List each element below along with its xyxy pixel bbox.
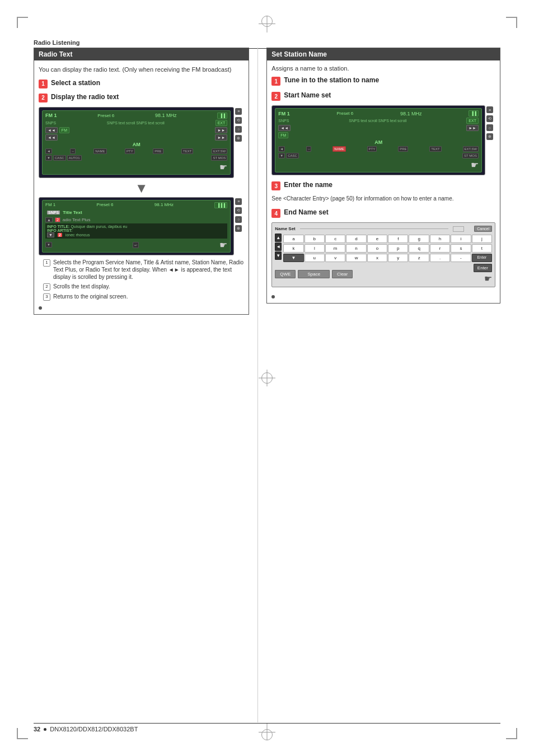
right-step3-item: 3 Enter the name (271, 181, 495, 190)
rt-return-btn[interactable]: ↩ (133, 242, 139, 248)
hand-cursor-icon-4: ☛ (484, 273, 492, 284)
rt-snps-badge: SNPS (47, 211, 60, 214)
key-nav-down-row3[interactable]: ▼ (283, 254, 303, 262)
tuner-right-name-active[interactable]: NAME (332, 146, 345, 152)
keyboard-row-1: a b c d e f g h i j (283, 235, 492, 243)
right-step2: 2 Start Name set FM 1 Preset 6 98.1 MHz (271, 91, 495, 175)
key-m[interactable]: m (325, 244, 345, 253)
tuner-right-next[interactable]: ►► (466, 125, 479, 131)
name-set-cancel-btn[interactable]: Cancel (474, 226, 492, 232)
qwe-btn[interactable]: QWE (275, 270, 296, 278)
tuner-right-vol-down[interactable]: ▼ (278, 153, 285, 158)
space-btn[interactable]: Space (298, 270, 330, 278)
step1-select-station: 1 Select a station (39, 79, 244, 88)
name-set-title: Name Set (275, 226, 295, 231)
nav-up-btn[interactable]: ▲ (275, 234, 282, 242)
key-n[interactable]: n (346, 244, 366, 253)
nav-left-btn[interactable]: ◄ (275, 242, 282, 251)
tuner-auto-btn[interactable]: AUTO1 (67, 155, 82, 161)
key-i[interactable]: i (451, 235, 471, 243)
tuner-right-text[interactable]: TEXT (429, 146, 441, 152)
key-z[interactable]: z (409, 254, 429, 262)
tuner-fm-btn[interactable]: FM (59, 127, 69, 133)
rt-bottom-row: ▼ ↩ ☛ (45, 240, 227, 250)
key-a[interactable]: a (283, 235, 303, 243)
key-e[interactable]: e (367, 235, 387, 243)
tuner-stmos-btn[interactable]: ST MOS (211, 155, 227, 161)
key-d[interactable]: d (346, 235, 366, 243)
key-q[interactable]: q (409, 244, 429, 253)
tuner-minus-btn[interactable]: – (70, 148, 75, 154)
key-k[interactable]: k (283, 244, 303, 253)
key-j[interactable]: j (472, 235, 492, 243)
right-step3: 3 Enter the name See <Character Entry> (… (271, 181, 495, 203)
key-o[interactable]: o (367, 244, 387, 253)
tuner-prev-btn[interactable]: ◄◄ (45, 127, 58, 133)
tuner-right-fm-btn[interactable]: FM (278, 132, 288, 138)
tuner-am-label: AM (45, 142, 227, 147)
tuner-right-ext: EXT (466, 118, 479, 124)
tuner-scroll-text: SNPS text scroll SNPS text scroll (107, 121, 165, 125)
tuner-text-btn[interactable]: TEXT (181, 148, 193, 154)
name-set-title-row: Name Set Cancel (275, 226, 492, 232)
clear-btn[interactable]: Clear (332, 270, 353, 278)
key-t[interactable]: t (472, 244, 492, 253)
tuner-skip-fwd-btn[interactable]: ►► (215, 134, 227, 141)
key-x[interactable]: x (367, 254, 387, 262)
tuner-freq-label: 98.1 MHz (155, 113, 177, 118)
tuner-extsw-btn[interactable]: EXT.SW (212, 148, 227, 154)
key-y[interactable]: y (388, 254, 408, 262)
key-p[interactable]: p (388, 244, 408, 253)
tuner-right-scroll: SNPS text scroll SNPS text scroll (349, 119, 406, 123)
tuner-right-minus[interactable]: – (306, 146, 311, 152)
tuner-next-btn[interactable]: ►► (215, 127, 227, 133)
radio-text-desc: You can display the radio text. (Only wh… (39, 65, 244, 74)
key-s[interactable]: s (451, 244, 471, 253)
key-dash[interactable]: - (451, 254, 471, 262)
key-v[interactable]: v (325, 254, 345, 262)
enter-note: See <Character Entry> (page 50) for info… (271, 195, 495, 203)
tuner-right-pty[interactable]: PTY (367, 146, 377, 152)
tuner-skip-back-btn[interactable]: ◄◄ (45, 134, 58, 141)
tuner-right-extsw[interactable]: EXT.SW (463, 146, 479, 152)
key-r[interactable]: r (430, 244, 450, 253)
step1-label: Select a station (51, 79, 100, 87)
nav-down-btn[interactable]: ▼ (275, 251, 282, 260)
key-enter-right[interactable]: Enter (472, 254, 492, 262)
tuner-prev-icon[interactable]: ◄ (45, 148, 52, 154)
tuner-casc-btn[interactable]: CASC (53, 155, 66, 161)
bullet-dot-row-right (271, 293, 495, 298)
key-l[interactable]: l (305, 244, 325, 253)
step2-label: Display the radio text (51, 93, 119, 101)
main-content: Radio Text You can display the radio tex… (34, 48, 500, 722)
key-period[interactable]: . (430, 254, 450, 262)
tuner-icon-4: ⊕ (235, 135, 242, 142)
tuner-name-btn[interactable]: NAME (93, 148, 106, 154)
tuner-right-stmos[interactable]: ST MOS (462, 153, 479, 158)
tuner-pty-btn[interactable]: PTY (125, 148, 135, 154)
tuner-right-casc[interactable]: CASC (286, 153, 299, 158)
key-c[interactable]: c (325, 235, 345, 243)
enter-btn[interactable]: Enter (474, 264, 492, 272)
tuner-pre-btn[interactable]: PRE (153, 148, 163, 154)
rt-info-row-1: ▲ 2 adio Text Plus (45, 217, 227, 222)
key-f[interactable]: f (388, 235, 408, 243)
rt-info-text: adio Text Plus (63, 217, 91, 222)
key-g[interactable]: g (409, 235, 429, 243)
key-h[interactable]: h (430, 235, 450, 243)
bullet-list: 1 Selects the Program Service Name, Titl… (39, 259, 244, 301)
tuner-right-arrow[interactable]: ◄ (278, 146, 285, 152)
bullet-item-2: 2 Scrolls the text display. (43, 283, 244, 291)
rt-vol-down[interactable]: ▼ (45, 242, 52, 248)
key-u[interactable]: u (305, 254, 325, 262)
tuner-vol-down[interactable]: ▼ (45, 155, 52, 161)
tuner-right-am: AM (278, 139, 479, 145)
name-set-nav-col: ▲ ◄ ▼ (275, 234, 282, 262)
tuner-right-prev[interactable]: ◄◄ (278, 125, 291, 131)
right-step1-item: 1 Tune in to the station to name (271, 76, 495, 86)
name-set-input-field[interactable] (453, 226, 464, 232)
key-w[interactable]: w (346, 254, 366, 262)
right-step2-item: 2 Start Name set (271, 91, 495, 101)
tuner-right-pre[interactable]: PRE (398, 146, 408, 152)
key-b[interactable]: b (305, 235, 325, 243)
